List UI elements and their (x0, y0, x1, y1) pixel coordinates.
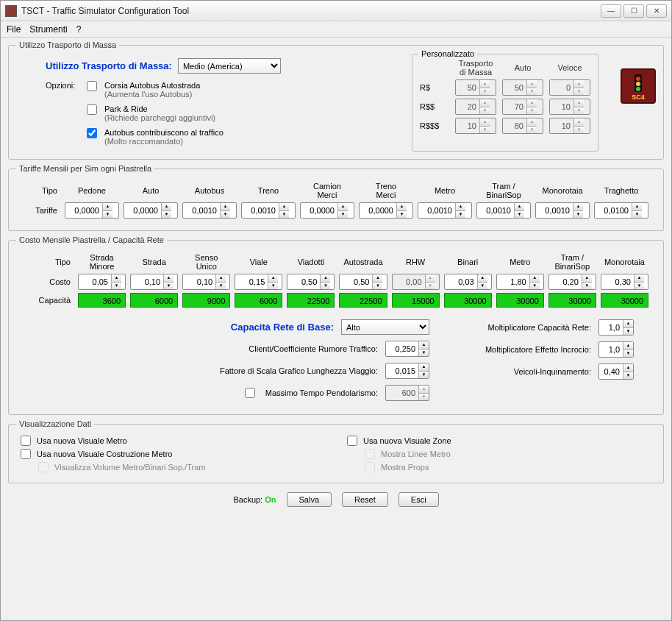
menu-bar: File Strumenti ? (1, 21, 671, 38)
cost-spinner-9[interactable]: ▲▼ (548, 274, 596, 290)
cost-spinner-8[interactable]: ▲▼ (496, 274, 544, 290)
cost-col: SensoUnico (182, 253, 230, 271)
capacity-cell-3: 6000 (235, 293, 282, 308)
mult-intersection-spinner[interactable]: ▲▼ (598, 341, 634, 358)
custom-group: Personalizzato Trasporto di Massa Auto V… (412, 54, 598, 152)
cost-spinner-4[interactable]: ▲▼ (287, 274, 335, 290)
row-r2: R$$ (420, 102, 449, 111)
viz-metro-view[interactable]: Usa nuova Visuale Metro (21, 436, 325, 446)
fares-col: Monorotaia (535, 186, 590, 195)
cost-col: Autostrada (339, 258, 387, 266)
col-speed: Veloce (549, 63, 590, 72)
maximize-button[interactable]: ☐ (623, 4, 644, 18)
exit-button[interactable]: Esci (398, 492, 439, 507)
legend-fares: Tariffe Mensili per Sim ogni Piastrella (16, 164, 154, 173)
viz-zone-view[interactable]: Usa nuova Visuale Zone (347, 436, 651, 446)
mult-capacity-spinner[interactable]: ▲▼ (598, 319, 634, 336)
fares-col: Pedone (65, 186, 119, 195)
cost-col: Monorotaia (601, 258, 648, 266)
options-label: Opzioni: (46, 81, 82, 90)
custom-r1-auto[interactable]: ▲▼ (502, 79, 543, 96)
max-commute-spinner[interactable]: ▲▼ (385, 385, 429, 401)
max-commute-label: Massimo Tempo Pendolarismo: (265, 388, 378, 397)
scale-spinner[interactable]: ▲▼ (385, 363, 429, 379)
cost-spinner-1[interactable]: ▲▼ (130, 274, 178, 290)
fares-col: CamionMerci (300, 182, 354, 199)
cost-spinner-6[interactable]: ▲▼ (392, 274, 440, 290)
fares-col: Autobus (182, 186, 237, 195)
capacity-cell-0: 3600 (78, 293, 126, 308)
cost-costo: Costo (24, 277, 74, 286)
custom-r1-speed[interactable]: ▲▼ (549, 79, 590, 96)
cost-spinner-10[interactable]: ▲▼ (601, 274, 648, 290)
vehicle-pollution-spinner[interactable]: ▲▼ (598, 363, 634, 380)
custom-r1-mass[interactable]: ▲▼ (455, 79, 496, 96)
max-commute-checkbox[interactable] (245, 388, 255, 398)
base-capacity-select[interactable]: Alto (341, 319, 429, 335)
custom-r3-speed[interactable]: ▲▼ (549, 118, 590, 134)
fare-spinner-5[interactable]: ▲▼ (359, 202, 413, 219)
fare-spinner-9[interactable]: ▲▼ (594, 202, 648, 219)
menu-file[interactable]: File (7, 24, 21, 35)
minimize-button[interactable]: — (601, 4, 621, 18)
cost-spinner-5[interactable]: ▲▼ (339, 274, 387, 290)
reset-button[interactable]: Reset (342, 492, 388, 507)
opt-bus-traffic-label: Autobus contribuiscono al traffico (104, 128, 224, 137)
fares-tipo: Tipo (24, 186, 60, 195)
menu-help[interactable]: ? (76, 24, 82, 35)
fare-spinner-7[interactable]: ▲▼ (476, 202, 531, 219)
cost-col: Viale (235, 258, 282, 266)
custom-r3-mass[interactable]: ▲▼ (455, 118, 496, 134)
save-button[interactable]: Salva (287, 492, 332, 507)
custom-r2-auto[interactable]: ▲▼ (502, 99, 543, 115)
menu-tools[interactable]: Strumenti (29, 24, 67, 35)
custom-r2-speed[interactable]: ▲▼ (549, 99, 590, 115)
window-title: TSCT - Traffic Simulator Configuration T… (21, 6, 598, 16)
opt-bus-traffic-checkbox[interactable] (87, 128, 97, 138)
noise-label: Clienti/Coefficiente Rumore Traffico: (249, 344, 378, 353)
custom-r2-mass[interactable]: ▲▼ (455, 99, 496, 115)
close-button[interactable]: ✕ (646, 4, 667, 18)
cost-col: Strada (130, 258, 178, 266)
viz-volume: Visualizza Volume Metro/Binari Sop./Tram (38, 462, 325, 472)
legend-viz: Visualizzazione Dati (16, 419, 94, 428)
mult-capacity-label: Moltiplicatore Capacità Rete: (451, 323, 591, 332)
legend-cost: Costo Mensile Piastrella / Capacità Rete (16, 235, 167, 244)
viz-metro-build[interactable]: Usa nuova Visuale Costruzione Metro (21, 449, 325, 459)
capacity-cell-4: 22500 (287, 293, 335, 308)
fares-col: Tram /BinariSop (476, 182, 531, 199)
mass-transit-select[interactable]: Medio (America) (178, 58, 281, 74)
vehicle-pollution-label: Veicoli-Inquinamento: (451, 367, 591, 376)
opt-park-ride-checkbox[interactable] (87, 104, 97, 115)
fare-spinner-8[interactable]: ▲▼ (535, 202, 590, 219)
group-mass-transit: Utilizzo Trasporto di Massa Utilizzo Tra… (8, 40, 664, 160)
cost-spinner-0[interactable]: ▲▼ (78, 274, 126, 290)
col-mass: Trasporto di Massa (455, 59, 496, 77)
opt-bus-lane-checkbox[interactable] (87, 81, 97, 91)
col-auto: Auto (502, 63, 543, 72)
capacity-cell-8: 30000 (496, 293, 544, 308)
fare-spinner-1[interactable]: ▲▼ (124, 202, 178, 219)
capacity-cell-1: 6000 (130, 293, 178, 308)
fares-col: Auto (124, 186, 178, 195)
capacity-cell-10: 30000 (601, 293, 648, 308)
cost-spinner-3[interactable]: ▲▼ (235, 274, 282, 290)
cost-spinner-2[interactable]: ▲▼ (182, 274, 230, 290)
fare-spinner-3[interactable]: ▲▼ (241, 202, 296, 219)
viz-metro-lines: Mostra Linee Metro (365, 449, 651, 459)
cost-spinner-7[interactable]: ▲▼ (444, 274, 492, 290)
fare-spinner-2[interactable]: ▲▼ (182, 202, 237, 219)
noise-spinner[interactable]: ▲▼ (385, 341, 429, 357)
fare-spinner-6[interactable]: ▲▼ (418, 202, 472, 219)
opt-park-ride-label: Park & Ride (104, 104, 215, 113)
capacity-cell-2: 9000 (182, 293, 230, 308)
fare-spinner-0[interactable]: ▲▼ (65, 202, 119, 219)
cost-col: Binari (444, 258, 492, 266)
fare-spinner-4[interactable]: ▲▼ (300, 202, 354, 219)
cost-col: Tram /BinariSop (548, 253, 596, 271)
capacity-cell-6: 15000 (392, 293, 440, 308)
custom-r3-auto[interactable]: ▲▼ (502, 118, 543, 134)
cost-col: RHW (392, 258, 440, 266)
mass-transit-label: Utilizzo Trasporto di Massa: (46, 60, 172, 71)
backup-status: On (265, 495, 276, 504)
